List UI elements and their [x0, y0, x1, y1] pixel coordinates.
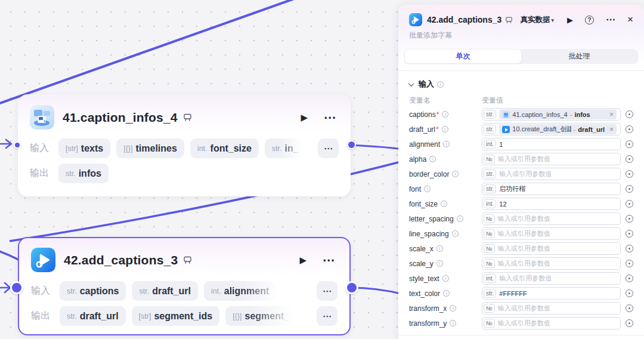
param-value: #FFFFFF [499, 290, 527, 297]
param-value-input[interactable]: str.启功行楷 [482, 183, 621, 195]
param-chip[interactable]: str.infos [58, 164, 109, 183]
node-more-button[interactable]: ⋯ [324, 115, 336, 121]
param-type-badge: [str] [66, 144, 78, 153]
node-config-panel: 42.add_captions_3 真实数据▾ ▶ ? ⋯ × 批量添加字幕 单… [398, 5, 644, 339]
param-type-badge: [{}] [123, 144, 132, 153]
param-name: line_spacing [409, 230, 482, 238]
param-value-input[interactable]: int.输入或引用参数值 [482, 272, 621, 285]
run-button[interactable]: ▶ [567, 16, 573, 24]
param-row: letter_spacing№输入或引用参数值 [409, 211, 633, 226]
close-icon[interactable]: × [627, 16, 633, 24]
param-chip[interactable]: [{}]segment_ [225, 306, 296, 326]
param-value: 启功行楷 [499, 184, 525, 193]
node-41-caption-infos[interactable]: 41.caption_infos_4 ▶ ⋯ 输入 [str]texts[{}]… [18, 94, 351, 196]
node42-output-port[interactable] [345, 281, 358, 294]
more-params-chip[interactable]: ⋯ [318, 138, 339, 158]
param-chip[interactable]: [{}]timelines [116, 138, 184, 158]
param-chip[interactable]: str.draft_url [60, 306, 126, 326]
run-node-button[interactable]: ▶ [299, 255, 306, 266]
node-42-add-captions[interactable]: 42.add_captions_3 ▶ ⋯ 输入 str.captionsstr… [18, 237, 351, 335]
param-chip[interactable]: str.in_ [265, 138, 304, 158]
param-type-badge: str. [484, 184, 496, 193]
param-type-badge: № [484, 155, 495, 164]
reference-separator: - [570, 111, 572, 118]
remove-reference-icon[interactable]: × [607, 127, 614, 132]
param-value-input[interactable]: str.10.create_draft_创建草稿-draft_url× [482, 123, 621, 135]
reference-picker-icon[interactable] [626, 200, 633, 208]
arrow-into-node42-icon [0, 283, 10, 292]
divider [398, 70, 644, 71]
reference-picker-icon[interactable] [626, 275, 633, 282]
chevron-down-icon[interactable] [408, 81, 414, 87]
tab-single[interactable]: 单次 [405, 50, 521, 63]
param-value-input[interactable]: №输入或引用参数值 [482, 212, 621, 225]
node-more-button[interactable]: ⋯ [323, 257, 335, 263]
reference-picker-icon[interactable] [626, 260, 633, 267]
reference-picker-icon[interactable] [626, 140, 633, 148]
node42-input-port[interactable] [10, 281, 23, 294]
more-params-chip[interactable]: ⋯ [317, 306, 338, 326]
reference-picker-icon[interactable] [626, 155, 633, 163]
reference-picker-icon[interactable] [626, 215, 633, 223]
caption-tool-icon [30, 105, 54, 130]
reference-chip[interactable]: 41.caption_infos_4-infos× [499, 109, 617, 119]
workflow-canvas[interactable]: 41.caption_infos_4 ▶ ⋯ 输入 [str]texts[{}]… [0, 0, 644, 339]
param-value-input[interactable]: str.#FFFFFF [482, 287, 621, 300]
param-value-input[interactable]: №输入或引用参数值 [482, 257, 621, 270]
param-value-input[interactable]: №输入或引用参数值 [482, 302, 621, 315]
param-value-input[interactable]: №输入或引用参数值 [482, 242, 621, 255]
param-value-input[interactable]: str.41.caption_infos_4-infos× [482, 108, 621, 121]
param-placeholder: 输入或引用参数值 [498, 319, 550, 328]
edge-diagonal-top [0, 0, 296, 104]
param-chip[interactable]: int.font_size [190, 138, 259, 158]
panel-more-button[interactable]: ⋯ [606, 17, 615, 22]
param-name: alpha [409, 155, 482, 164]
node-title: 41.caption_infos_4 [63, 110, 178, 125]
param-value-input[interactable]: int.1 [482, 138, 621, 150]
edge-node41-output [351, 145, 403, 149]
param-value-input[interactable]: №输入或引用参数值 [482, 153, 621, 165]
param-value-input[interactable]: №输入或引用参数值 [482, 317, 621, 329]
param-name: transform_x [409, 304, 482, 313]
node41-output-port[interactable] [347, 140, 356, 149]
reference-chip[interactable]: 10.create_draft_创建草稿-draft_url× [499, 124, 617, 134]
input-row-label: 输入 [30, 142, 58, 155]
reference-picker-icon[interactable] [626, 289, 633, 297]
reference-picker-icon[interactable] [626, 245, 633, 252]
tab-batch[interactable]: 批处理 [521, 50, 637, 63]
help-icon[interactable]: ? [585, 16, 594, 24]
info-icon [443, 141, 450, 147]
reference-picker-icon[interactable] [626, 230, 633, 238]
param-placeholder: 输入或引用参数值 [498, 244, 550, 253]
param-placeholder: 输入或引用参数值 [498, 304, 550, 313]
param-value-input[interactable]: №输入或引用参数值 [482, 227, 621, 240]
param-chip[interactable]: str.draft_url [132, 281, 198, 301]
param-chip[interactable]: str.captions [60, 281, 126, 301]
param-row: scale_x№输入或引用参数值 [409, 241, 633, 256]
data-mode-dropdown[interactable]: 真实数据▾ [521, 15, 555, 25]
more-params-chip[interactable]: ⋯ [317, 281, 338, 301]
param-chip-label: timelines [136, 143, 177, 154]
param-value-input[interactable]: int.12 [482, 198, 621, 210]
reference-picker-icon[interactable] [626, 185, 633, 193]
param-name: letter_spacing [409, 215, 482, 223]
param-value-input[interactable]: str.输入或引用参数值 [482, 168, 621, 180]
param-chip[interactable]: [str]texts [58, 138, 110, 158]
required-asterisk: * [436, 125, 439, 134]
reference-picker-icon[interactable] [626, 110, 633, 118]
param-chip[interactable]: int.alignment [204, 281, 276, 301]
param-placeholder: 输入或引用参数值 [498, 214, 550, 223]
reference-picker-icon[interactable] [626, 125, 633, 133]
run-node-button[interactable]: ▶ [301, 112, 308, 123]
param-type-badge: № [484, 304, 495, 313]
reference-picker-icon[interactable] [626, 304, 633, 312]
reference-picker-icon[interactable] [626, 319, 633, 327]
param-value: 12 [499, 201, 506, 208]
remove-reference-icon[interactable]: × [607, 112, 614, 118]
info-icon [450, 305, 456, 312]
info-icon [443, 290, 450, 297]
param-chip[interactable]: [str]segment_ids [132, 306, 220, 326]
param-placeholder: 输入或引用参数值 [498, 259, 550, 268]
reference-picker-icon[interactable] [626, 170, 633, 178]
node41-input-port[interactable] [14, 141, 21, 149]
